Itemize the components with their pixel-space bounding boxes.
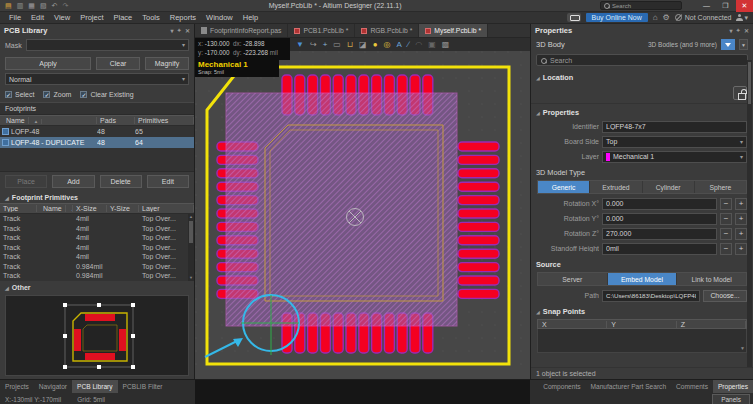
menu-help[interactable]: Help [238, 13, 263, 22]
doc-tab-myself-pcblib[interactable]: Myself.PcbLib * [419, 24, 488, 37]
primitive-row[interactable]: Track4milTop Over... [0, 224, 194, 234]
doc-tab-footprintinforeport-pas[interactable]: FootprintInfoReport.pas [195, 24, 288, 37]
model-type-generic[interactable]: Generic [538, 181, 590, 193]
menu-edit[interactable]: Edit [26, 13, 49, 22]
menu-view[interactable]: View [49, 13, 75, 22]
checkbox-clear-existing[interactable]: ✓Clear Existing [80, 91, 133, 98]
pad[interactable] [458, 276, 499, 285]
global-search-input[interactable]: Search [600, 1, 682, 10]
pad[interactable] [458, 236, 499, 245]
properties-search-input[interactable]: Search [536, 54, 748, 66]
primitive-row[interactable]: Track4milTop Over... [0, 214, 194, 224]
rotation-field[interactable] [602, 243, 717, 255]
other-section-header[interactable]: ◢ Other [0, 281, 194, 293]
comment-icon[interactable] [567, 13, 581, 22]
primitive-row[interactable]: Track0.984milTop Over... [0, 271, 194, 281]
model-type-sphere[interactable]: Sphere [695, 181, 746, 193]
clear-button[interactable]: Clear [96, 57, 140, 70]
tab-properties[interactable]: Properties [713, 380, 753, 393]
primitives-scrollbar[interactable]: ▲ ▼ [188, 214, 194, 281]
decrement-button[interactable]: − [720, 213, 732, 225]
checkbox-select[interactable]: ✓Select [5, 91, 34, 98]
rotation-field[interactable] [602, 213, 717, 225]
col-prim-name[interactable]: Name▲ [37, 205, 73, 212]
doc-tab-rgb-pcblib[interactable]: RGB.PcbLib * [355, 24, 419, 37]
user-account-button[interactable]: ▾ [736, 14, 748, 22]
increment-button[interactable]: + [735, 213, 747, 225]
tab-projects[interactable]: Projects [0, 380, 34, 393]
close-panel-icon[interactable]: ✕ [744, 27, 749, 34]
filter-button[interactable] [721, 39, 735, 50]
footprint-row[interactable]: LQFP-48 - DUPLICATE4864 [0, 137, 194, 148]
source-embed-model[interactable]: Embed Model [608, 273, 678, 285]
filter-caret-icon[interactable]: ▼ [739, 39, 748, 50]
primitive-row[interactable]: Track4milTop Over... [0, 252, 194, 262]
tab-pcb-library[interactable]: PCB Library [72, 380, 118, 393]
via-tool-icon[interactable]: ◎ [384, 39, 391, 51]
chevron-down-icon[interactable]: ▾ [171, 27, 174, 34]
paste-icon[interactable]: ▧ [38, 0, 49, 11]
doc-tab-pcb1-pcblib[interactable]: PCB1.PcbLib * [288, 24, 355, 37]
delete-button[interactable]: Delete [100, 175, 142, 188]
col-name[interactable]: Name▲ [0, 117, 97, 124]
pad[interactable] [458, 222, 499, 231]
model-type-cylinder[interactable]: Cylinder [643, 181, 695, 193]
col-pads[interactable]: Pads [97, 117, 135, 124]
settings-gear-icon[interactable]: ⚙ [663, 13, 670, 23]
footprint-primitives-header[interactable]: ◢ Footprint Primitives [0, 191, 194, 203]
primitive-row[interactable]: Track4milTop Over... [0, 233, 194, 243]
close-panel-icon[interactable]: ✕ [185, 27, 190, 34]
source-link-to-model[interactable]: Link to Model [677, 273, 746, 285]
menu-place[interactable]: Place [109, 13, 138, 22]
primitive-row[interactable]: Track0.984milTop Over... [0, 262, 194, 272]
undo-icon[interactable]: ↶ [50, 0, 60, 11]
model-type-extruded[interactable]: Extruded [590, 181, 642, 193]
close-button[interactable]: ✕ [736, 0, 753, 12]
panel-scrollbar[interactable] [747, 60, 752, 367]
pcb-footprint-drawing[interactable] [195, 51, 530, 367]
string-tool-icon[interactable]: A [397, 39, 402, 51]
path-field[interactable] [602, 290, 700, 302]
col-layer[interactable]: Layer [139, 205, 194, 212]
add-button[interactable]: Add [52, 175, 94, 188]
pad[interactable] [458, 249, 499, 258]
copy-icon[interactable]: ▦ [26, 0, 37, 11]
scrollbar-thumb[interactable] [748, 62, 751, 104]
menu-window[interactable]: Window [201, 13, 238, 22]
pad[interactable] [458, 182, 499, 191]
mode-dropdown[interactable]: Normal [5, 73, 189, 85]
pad[interactable] [458, 289, 499, 298]
panels-button[interactable]: Panels [712, 394, 750, 404]
pad[interactable] [458, 142, 499, 151]
primitive-row[interactable]: Track4milTop Over... [0, 243, 194, 253]
redo-icon[interactable]: ↷ [60, 0, 70, 11]
increment-button[interactable]: + [735, 228, 747, 240]
increment-button[interactable]: + [735, 243, 747, 255]
pad[interactable] [458, 155, 499, 164]
decrement-button[interactable]: − [720, 198, 732, 210]
rotation-field[interactable] [602, 198, 717, 210]
checkbox-zoom[interactable]: ✓Zoom [43, 91, 71, 98]
menu-tools[interactable]: Tools [137, 13, 165, 22]
apply-button[interactable]: Apply [5, 57, 91, 70]
menu-reports[interactable]: Reports [165, 13, 201, 22]
buy-online-button[interactable]: Buy Online Now [586, 13, 648, 22]
magnify-button[interactable]: Magnify [145, 57, 189, 70]
arc-tool-icon[interactable]: ◠ [415, 39, 422, 51]
connection-status[interactable]: Not Connected [675, 14, 732, 21]
menu-project[interactable]: Project [75, 13, 108, 22]
tab-manufacturer-part-search[interactable]: Manufacturer Part Search [586, 380, 672, 393]
location-section-header[interactable]: ◢ Location [531, 69, 753, 84]
identifier-field[interactable] [602, 121, 747, 133]
decrement-button[interactable]: − [720, 243, 732, 255]
col-primitives[interactable]: Primitives [135, 117, 194, 124]
increment-button[interactable]: + [735, 198, 747, 210]
source-server[interactable]: Server [538, 273, 608, 285]
layer-dropdown[interactable]: Mechanical 1 [602, 151, 747, 163]
minimize-button[interactable]: — [698, 0, 715, 12]
pad-tool-icon[interactable]: ● [373, 39, 378, 51]
filter-funnel-icon[interactable]: ▼ [296, 39, 304, 51]
tab-components[interactable]: Components [538, 380, 585, 393]
col-xsize[interactable]: X-Size [73, 205, 107, 212]
open-icon[interactable]: ▥ [15, 0, 26, 11]
